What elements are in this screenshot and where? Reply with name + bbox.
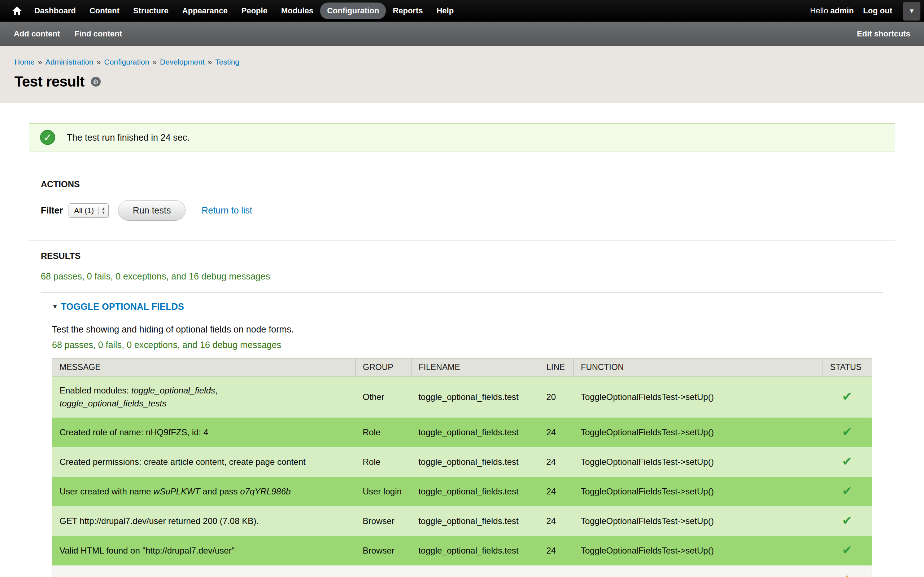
cell-filename: toggle_optional_fields.test — [411, 506, 539, 536]
actions-fieldset: ACTIONS Filter All (1) ▲ ▼ Run tests Ret… — [29, 169, 895, 231]
cell-message: GET http://drupal7.dev/user returned 200… — [52, 506, 355, 536]
success-check-icon: ✓ — [40, 130, 55, 145]
cell-group: Browser — [355, 536, 411, 566]
cell-status: ✔ — [822, 506, 872, 536]
shortcuts-bar: Add content Find content Edit shortcuts — [0, 22, 924, 46]
toolbar-item-appearance[interactable]: Appearance — [175, 3, 234, 19]
return-to-list-link[interactable]: Return to list — [201, 205, 252, 216]
pass-check-icon: ✔ — [842, 425, 853, 438]
breadcrumb-testing[interactable]: Testing — [215, 58, 240, 66]
breadcrumb-administration[interactable]: Administration — [45, 58, 94, 66]
table-row: Enabled modules: toggle_optional_fields,… — [52, 377, 872, 418]
table-row: Verbose message Debug toggle_optional_fi… — [52, 566, 872, 577]
cell-filename: toggle_optional_fields.test — [411, 447, 539, 477]
cell-function: ToggleOptionalFieldsTest->setUp() — [573, 566, 822, 577]
table-row: User created with name wSuPLKWT and pass… — [52, 477, 872, 506]
cell-function: ToggleOptionalFieldsTest->setUp() — [573, 377, 822, 418]
table-header-row: MESSAGE GROUP FILENAME LINE FUNCTION STA… — [52, 358, 872, 377]
col-header-status: STATUS — [822, 358, 872, 377]
results-table: MESSAGE GROUP FILENAME LINE FUNCTION STA… — [52, 358, 872, 577]
filter-select[interactable]: All (1) ▲ ▼ — [69, 203, 109, 218]
pass-check-icon: ✔ — [842, 455, 853, 468]
user-greeting: Hello admin — [810, 6, 854, 16]
test-group-title-link[interactable]: TOGGLE OPTIONAL FIELDS — [61, 301, 184, 312]
toolbar-item-reports[interactable]: Reports — [386, 3, 430, 19]
toolbar-item-help[interactable]: Help — [430, 3, 460, 19]
toolbar-drawer-toggle[interactable]: ▼ — [903, 2, 921, 21]
cell-status: ✔ — [822, 447, 872, 477]
breadcrumb-configuration[interactable]: Configuration — [104, 58, 149, 66]
admin-toolbar: Dashboard Content Structure Appearance P… — [0, 0, 924, 22]
run-tests-button[interactable]: Run tests — [118, 200, 186, 221]
shortcut-add-content[interactable]: Add content — [14, 29, 60, 39]
chevron-down-icon: ▼ — [909, 8, 915, 15]
home-button[interactable] — [6, 3, 27, 18]
filter-select-value: All (1) — [74, 206, 94, 215]
main-content: ✓ The test run finished in 24 sec. ACTIO… — [0, 103, 924, 577]
table-row: Valid HTML found on "http://drupal7.dev/… — [52, 536, 872, 566]
logout-link[interactable]: Log out — [863, 6, 892, 16]
results-legend: RESULTS — [41, 251, 883, 261]
cell-line: 24 — [539, 447, 573, 477]
cell-filename: toggle_optional_fields.test — [411, 377, 539, 418]
home-icon — [12, 6, 22, 15]
toolbar-item-content[interactable]: Content — [82, 3, 126, 19]
toolbar-menu: Dashboard Content Structure Appearance P… — [27, 3, 460, 19]
status-message: ✓ The test run finished in 24 sec. — [29, 123, 895, 152]
cell-group: User login — [355, 477, 411, 506]
test-group-summary: 68 passes, 0 fails, 0 exceptions, and 16… — [52, 340, 872, 350]
pass-check-icon: ✔ — [842, 390, 853, 403]
toolbar-item-people[interactable]: People — [234, 3, 274, 19]
cell-function: ToggleOptionalFieldsTest->setUp() — [573, 536, 822, 566]
cell-function: ToggleOptionalFieldsTest->setUp() — [573, 506, 822, 536]
pass-check-icon: ✔ — [842, 514, 853, 527]
toolbar-user-area: Hello admin Log out — [810, 6, 918, 16]
results-summary: 68 passes, 0 fails, 0 exceptions, and 16… — [41, 271, 883, 282]
breadcrumb-separator: » — [208, 58, 212, 66]
cell-line: 20 — [539, 377, 573, 418]
cell-message: Verbose message — [52, 566, 355, 577]
cell-line: 24 — [539, 566, 573, 577]
cell-function: ToggleOptionalFieldsTest->setUp() — [573, 477, 822, 506]
cell-status: ✔ — [822, 417, 872, 447]
cell-line: 24 — [539, 477, 573, 506]
table-row: GET http://drupal7.dev/user returned 200… — [52, 506, 872, 536]
cell-line: 24 — [539, 417, 573, 447]
cell-message: Valid HTML found on "http://drupal7.dev/… — [52, 536, 355, 566]
toolbar-item-dashboard[interactable]: Dashboard — [27, 3, 82, 19]
toolbar-item-modules[interactable]: Modules — [274, 3, 320, 19]
shortcut-find-content[interactable]: Find content — [74, 29, 122, 39]
col-header-line: LINE — [539, 358, 573, 377]
filter-label: Filter — [41, 205, 63, 216]
results-fieldset: RESULTS 68 passes, 0 fails, 0 exceptions… — [29, 240, 895, 577]
breadcrumb-separator: » — [97, 58, 101, 66]
cell-group: Role — [355, 447, 411, 477]
edit-shortcuts-link[interactable]: Edit shortcuts — [857, 29, 910, 39]
cell-status: ✔ — [822, 477, 872, 506]
cell-status: ✔ — [822, 377, 872, 418]
cell-group: Role — [355, 417, 411, 447]
cell-status: ⚠ — [822, 566, 872, 577]
test-group-fieldset: ▼ TOGGLE OPTIONAL FIELDS Test the showin… — [41, 292, 883, 577]
pass-check-icon: ✔ — [842, 543, 853, 557]
collapse-caret-icon: ▼ — [52, 303, 58, 311]
gear-icon[interactable]: ⚙ — [91, 77, 101, 87]
breadcrumb-home[interactable]: Home — [15, 58, 35, 66]
test-group-description: Test the showing and hiding of optional … — [52, 324, 872, 335]
cell-filename: toggle_optional_fields.test — [411, 477, 539, 506]
verbose-message-link[interactable]: Verbose message — [60, 575, 129, 577]
breadcrumb-separator: » — [152, 58, 157, 66]
breadcrumb-development[interactable]: Development — [160, 58, 205, 66]
status-message-text: The test run finished in 24 sec. — [67, 132, 189, 143]
cell-group: Browser — [355, 506, 411, 536]
cell-status: ✔ — [822, 536, 872, 566]
cell-group: Other — [355, 377, 411, 418]
col-header-group: GROUP — [355, 358, 411, 377]
cell-group: Debug — [355, 566, 411, 577]
cell-line: 24 — [539, 506, 573, 536]
toolbar-item-structure[interactable]: Structure — [126, 3, 175, 19]
cell-filename: toggle_optional_fields.test — [411, 536, 539, 566]
toolbar-item-configuration[interactable]: Configuration — [320, 3, 386, 19]
cell-function: ToggleOptionalFieldsTest->setUp() — [573, 447, 822, 477]
cell-filename: toggle_optional_fields.test — [411, 566, 539, 577]
